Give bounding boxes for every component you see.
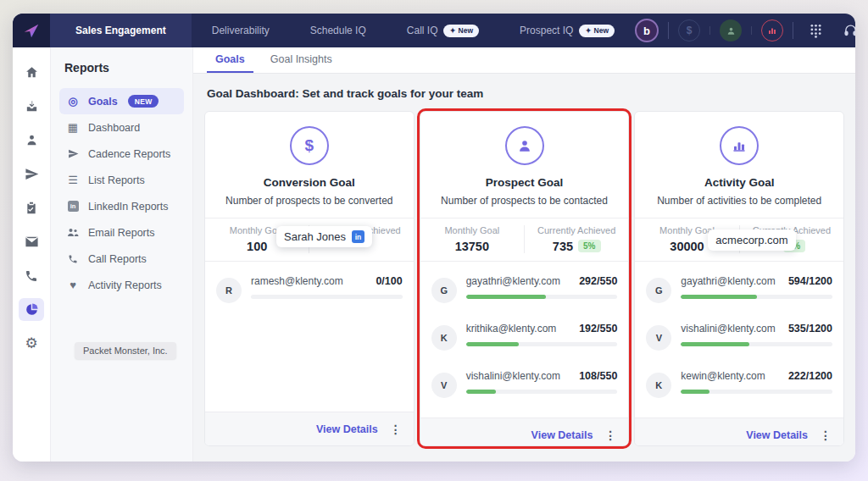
- sidebar-item-email-reports[interactable]: Email Reports: [59, 219, 184, 246]
- progress-fill: [681, 342, 748, 346]
- user-progress-value: 192/550: [579, 323, 617, 334]
- nav-label: Deliverability: [212, 25, 270, 36]
- divider: [751, 26, 752, 35]
- nav-label: Schedule IQ: [310, 25, 366, 36]
- prospects-icon[interactable]: [19, 129, 44, 152]
- progress-track: [466, 342, 618, 346]
- achieved-label: Currently Achieved: [525, 225, 628, 235]
- nav-item-schedule-iq[interactable]: Schedule IQ: [290, 14, 387, 47]
- person-icon: [505, 126, 544, 165]
- user-initial-avatar: G: [431, 278, 457, 303]
- nav-label: Call IQ: [407, 25, 438, 36]
- nav-tabs: Sales Engagement Deliverability Schedule…: [50, 14, 635, 47]
- nav-label: Prospect IQ: [520, 25, 573, 36]
- conversion-goal-card: $ Conversion Goal Number of prospects to…: [204, 111, 415, 446]
- user-email: gayathri@klenty.com: [466, 275, 560, 287]
- nav-item-call-iq[interactable]: Call IQ ✦New: [387, 14, 499, 47]
- nav-right-icons: b $: [635, 19, 855, 43]
- kebab-menu-icon[interactable]: ⋮: [820, 428, 832, 442]
- nav-item-prospect-iq[interactable]: Prospect IQ ✦New: [499, 14, 635, 47]
- goal-user-row: G gayathri@klenty.com 292/550: [431, 275, 618, 303]
- sidebar-item-activity-reports[interactable]: ♥ Activity Reports: [59, 272, 184, 298]
- credits-icon[interactable]: $: [678, 19, 700, 41]
- tasks-icon[interactable]: [19, 196, 44, 219]
- top-navbar: Sales Engagement Deliverability Schedule…: [13, 14, 855, 47]
- progress-track: [681, 295, 832, 299]
- app-window: Sales Engagement Deliverability Schedule…: [13, 14, 855, 462]
- tab-goal-insights[interactable]: Goal Insights: [262, 47, 341, 73]
- user-progress-value: 292/550: [579, 275, 617, 287]
- workspace-name-tooltip: Packet Monster, Inc.: [75, 342, 176, 359]
- kebab-menu-icon[interactable]: ⋮: [604, 428, 616, 442]
- sidebar-item-cadence-reports[interactable]: Cadence Reports: [59, 141, 184, 167]
- progress-track: [466, 390, 618, 394]
- monthly-goal-label: Monthly Goal: [420, 225, 524, 235]
- user-email: vishalini@klenty.com: [466, 370, 560, 382]
- progress-fill: [681, 295, 756, 299]
- view-details-button[interactable]: View Details: [746, 429, 808, 441]
- user-email: gayathri@klenty.com: [681, 275, 775, 287]
- nav-item-deliverability[interactable]: Deliverability: [192, 14, 290, 47]
- sidebar-item-dashboard[interactable]: ▦ Dashboard: [59, 114, 184, 141]
- workspace-avatar[interactable]: b: [635, 19, 659, 42]
- divider: [709, 26, 710, 35]
- user-initial-avatar: G: [646, 278, 671, 303]
- user-email: vishalini@klenty.com: [681, 323, 775, 334]
- sparkle-icon: ✦: [585, 26, 591, 35]
- tab-goals[interactable]: Goals: [207, 47, 253, 73]
- new-badge: ✦New: [443, 25, 479, 37]
- home-icon[interactable]: [19, 61, 44, 84]
- main-content: Goals Goal Insights Goal Dashboard: Set …: [193, 47, 855, 462]
- email-icon[interactable]: [19, 230, 44, 253]
- apps-dialpad-icon[interactable]: [803, 19, 828, 42]
- goal-user-row: R ramesh@klenty.com 0/100: [216, 275, 403, 303]
- prospects-status-icon[interactable]: [720, 19, 742, 41]
- progress-track: [251, 295, 403, 299]
- page-title: Goal Dashboard: Set and track goals for …: [207, 87, 855, 100]
- sidebar-item-call-reports[interactable]: Call Reports: [59, 246, 184, 272]
- calls-icon[interactable]: [19, 264, 44, 287]
- linkedin-icon: in: [352, 230, 364, 243]
- support-headset-icon[interactable]: [837, 19, 855, 42]
- nav-item-sales-engagement[interactable]: Sales Engagement: [50, 14, 192, 47]
- kebab-menu-icon[interactable]: ⋮: [390, 423, 402, 436]
- domain-tooltip: acmecorp.com: [708, 229, 795, 251]
- user-initial-avatar: R: [216, 278, 242, 303]
- goal-user-row: V vishalini@klenty.com 535/1200: [646, 323, 832, 351]
- card-title: Conversion Goal: [214, 176, 405, 189]
- reports-sidebar: Reports ◎ Goals NEW ▦ Dashboard Cadence …: [51, 47, 193, 462]
- icon-rail: ⚙: [13, 47, 51, 462]
- goal-user-row: K krithika@klenty.com 192/550: [431, 323, 618, 351]
- progress-track: [466, 295, 618, 299]
- reports-status-icon[interactable]: [761, 19, 783, 41]
- settings-gear-icon[interactable]: ⚙: [19, 332, 44, 355]
- card-subtitle: Number of prospects to be converted: [214, 195, 405, 207]
- card-subtitle: Number of activities to be completed: [643, 195, 835, 207]
- sidebar-item-goals[interactable]: ◎ Goals NEW: [59, 88, 184, 114]
- monthly-goal-value: 13750: [420, 239, 524, 253]
- view-details-button[interactable]: View Details: [531, 429, 593, 441]
- reports-icon[interactable]: [19, 298, 44, 321]
- paper-plane-logo-icon: [22, 21, 41, 40]
- goal-target-icon: ◎: [66, 95, 80, 108]
- card-title: Prospect Goal: [429, 176, 620, 189]
- sidebar-item-list-reports[interactable]: ☰ List Reports: [59, 167, 184, 193]
- user-initial-avatar: V: [431, 373, 457, 398]
- progress-fill: [466, 390, 497, 394]
- activity-goal-card: Activity Goal Number of activities to be…: [634, 111, 844, 446]
- divider: [668, 22, 669, 39]
- sparkle-icon: ✦: [449, 26, 455, 35]
- list-icon: ☰: [66, 174, 80, 186]
- activity-goal-card-wrap: Activity Goal Number of activities to be…: [634, 111, 844, 446]
- user-progress-value: 535/1200: [788, 323, 832, 334]
- bar-chart-icon: [720, 126, 759, 165]
- cadences-icon[interactable]: [19, 163, 44, 185]
- sidebar-item-linkedin-reports[interactable]: in LinkedIn Reports: [59, 193, 184, 219]
- user-name-tooltip: Sarah Jones in: [276, 226, 372, 247]
- view-details-button[interactable]: View Details: [316, 423, 378, 435]
- user-progress-value: 594/1200: [788, 275, 832, 287]
- user-email: ramesh@klenty.com: [251, 275, 343, 287]
- inbox-icon[interactable]: [19, 95, 44, 118]
- user-progress-value: 108/550: [579, 370, 617, 382]
- klenty-logo[interactable]: [13, 14, 50, 47]
